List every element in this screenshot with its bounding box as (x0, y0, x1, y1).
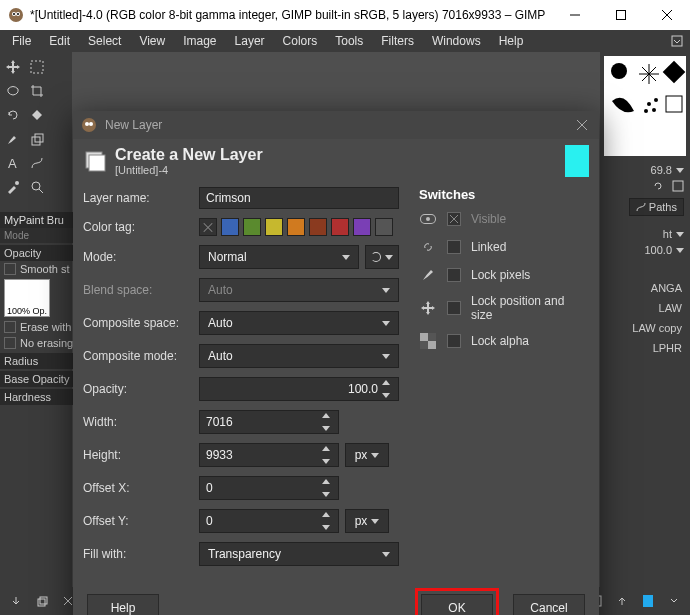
brushes-preview[interactable] (604, 56, 686, 156)
layer-up-icon[interactable] (612, 591, 632, 611)
fill-with-select[interactable]: Transparency (199, 542, 399, 566)
composite-mode-select[interactable]: Auto (199, 344, 399, 368)
color-tag-none[interactable] (199, 218, 217, 236)
menu-colors[interactable]: Colors (275, 32, 326, 50)
color-tag-orange[interactable] (287, 218, 305, 236)
tool-path-icon[interactable] (26, 152, 48, 174)
offset-x-label: Offset X: (83, 481, 193, 495)
menu-select[interactable]: Select (80, 32, 129, 50)
menu-windows[interactable]: Windows (424, 32, 489, 50)
menu-overflow-icon[interactable] (668, 32, 686, 50)
dialog-titlebar[interactable]: New Layer (73, 111, 599, 139)
layer-item[interactable]: LAW (600, 298, 690, 318)
tool-clone-icon[interactable] (26, 128, 48, 150)
right-dock: 69.8 Paths ht 100.0 ANGA LAW LAW copy LP… (600, 52, 690, 615)
cancel-button[interactable]: Cancel (513, 594, 585, 615)
tool-select-rect-icon[interactable] (26, 56, 48, 78)
window-minimize-button[interactable] (552, 0, 598, 30)
color-tag-gray[interactable] (375, 218, 393, 236)
svg-point-4 (17, 13, 19, 15)
color-tag-brown[interactable] (309, 218, 327, 236)
status-down-icon[interactable] (6, 591, 26, 611)
dialog-title: New Layer (105, 118, 162, 132)
menu-image[interactable]: Image (175, 32, 224, 50)
window-maximize-button[interactable] (598, 0, 644, 30)
reset-icon[interactable] (652, 180, 664, 192)
layer-item[interactable]: LAW copy (600, 318, 690, 338)
chevron-down-icon (382, 288, 390, 293)
width-input[interactable]: 7016 (199, 410, 339, 434)
layer-thumb-icon[interactable] (638, 591, 658, 611)
layer-more-icon[interactable] (664, 591, 684, 611)
svg-rect-40 (89, 155, 105, 171)
switches-panel: Switches Visible Linked Lock pi (419, 187, 599, 566)
tool-brush-icon[interactable] (2, 128, 24, 150)
svg-point-23 (647, 102, 651, 106)
color-tag-red[interactable] (331, 218, 349, 236)
menu-file[interactable]: File (4, 32, 39, 50)
menu-view[interactable]: View (131, 32, 173, 50)
ok-button[interactable]: OK (421, 594, 493, 615)
menubar: File Edit Select View Image Layer Colors… (0, 30, 690, 52)
offset-y-value: 0 (206, 514, 213, 528)
linked-checkbox[interactable] (447, 240, 461, 254)
tool-picker-icon[interactable] (2, 176, 24, 198)
layer-item[interactable]: LPHR (600, 338, 690, 358)
status-dup-icon[interactable] (32, 591, 52, 611)
tool-crop-icon[interactable] (26, 80, 48, 102)
offset-y-input[interactable]: 0 (199, 509, 339, 533)
blend-space-label: Blend space: (83, 283, 193, 297)
chevron-down-icon (342, 255, 350, 260)
dialog-close-button[interactable] (573, 116, 591, 134)
blend-space-select[interactable]: Auto (199, 278, 399, 302)
size-unit-select[interactable]: px (345, 443, 389, 467)
menu-tools[interactable]: Tools (327, 32, 371, 50)
menu-edit[interactable]: Edit (41, 32, 78, 50)
visible-label: Visible (471, 212, 506, 226)
chevron-down-icon (382, 321, 390, 326)
checker-icon (419, 332, 437, 350)
lockpixels-checkbox[interactable] (447, 268, 461, 282)
mode-select[interactable]: Normal (199, 245, 359, 269)
svg-point-17 (611, 63, 627, 79)
tool-lasso-icon[interactable] (2, 80, 24, 102)
tool-zoom-icon[interactable] (26, 176, 48, 198)
menu-layer[interactable]: Layer (227, 32, 273, 50)
color-tag-violet[interactable] (353, 218, 371, 236)
grid-icon[interactable] (672, 180, 684, 192)
svg-point-15 (32, 182, 40, 190)
opacity-value: 100.0 (348, 382, 378, 396)
chevron-down-icon[interactable] (676, 168, 684, 173)
help-label: Help (111, 601, 136, 615)
brush-size-value[interactable]: 69.8 (651, 164, 672, 176)
chevron-down-icon[interactable] (676, 232, 684, 237)
color-tag-green[interactable] (243, 218, 261, 236)
noerase-label: No erasing (20, 337, 73, 349)
paths-tab[interactable]: Paths (629, 198, 684, 216)
tool-move-icon[interactable] (2, 56, 24, 78)
opacity-slider[interactable]: 100.0 (199, 377, 399, 401)
color-tag-blue[interactable] (221, 218, 239, 236)
lockpos-checkbox[interactable] (447, 301, 461, 315)
layer-name-input[interactable] (199, 187, 399, 209)
offset-unit-select[interactable]: px (345, 509, 389, 533)
brush-preview-chip[interactable]: 100% Op. (4, 279, 50, 317)
tool-text-icon[interactable]: A (2, 152, 24, 174)
tool-bucket-icon[interactable] (26, 104, 48, 126)
window-close-button[interactable] (644, 0, 690, 30)
mode-reset-button[interactable] (365, 245, 399, 269)
layer-item[interactable]: ANGA (600, 278, 690, 298)
composite-mode-label: Composite mode: (83, 349, 193, 363)
composite-space-select[interactable]: Auto (199, 311, 399, 335)
offset-x-input[interactable]: 0 (199, 476, 339, 500)
menu-filters[interactable]: Filters (373, 32, 422, 50)
layer-opacity-value[interactable]: 100.0 (644, 244, 672, 256)
chevron-down-icon[interactable] (676, 248, 684, 253)
lockalpha-checkbox[interactable] (447, 334, 461, 348)
color-tag-yellow[interactable] (265, 218, 283, 236)
help-button[interactable]: Help (87, 594, 159, 615)
tool-rotate-icon[interactable] (2, 104, 24, 126)
menu-help[interactable]: Help (491, 32, 532, 50)
visible-checkbox[interactable] (447, 212, 461, 226)
height-input[interactable]: 9933 (199, 443, 339, 467)
